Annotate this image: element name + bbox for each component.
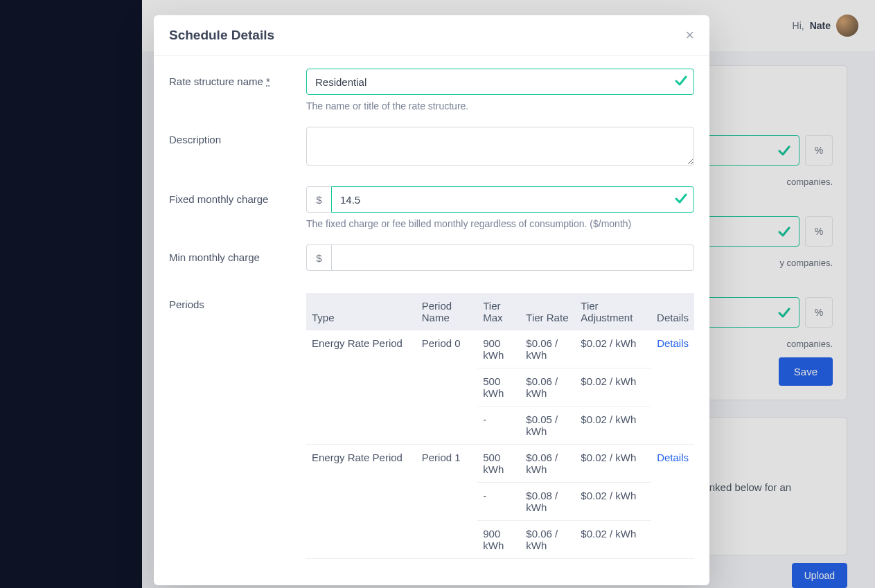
cell-details — [651, 521, 694, 559]
cell-tier-adjustment: $0.02 / kWh — [575, 521, 651, 559]
rate-name-input[interactable] — [306, 69, 694, 95]
cell-type: Energy Rate Period — [306, 445, 416, 483]
cell-tier-max: - — [477, 483, 520, 521]
currency-prefix: $ — [306, 186, 331, 213]
table-row: Energy Rate PeriodPeriod 0900 kWh$0.06 /… — [306, 330, 694, 368]
check-icon — [673, 73, 687, 90]
cell-period-name — [416, 483, 478, 521]
required-indicator: * — [266, 75, 270, 87]
cell-period-name — [416, 521, 478, 559]
check-icon — [673, 191, 687, 208]
modal-header: Schedule Details × — [154, 15, 709, 56]
fixed-charge-input[interactable] — [331, 186, 694, 213]
table-row: 900 kWh$0.06 / kWh$0.02 / kWh — [306, 521, 694, 559]
cell-details — [651, 407, 694, 445]
cell-period-name — [416, 407, 478, 445]
cell-period-name — [416, 368, 478, 407]
cell-tier-adjustment: $0.02 / kWh — [575, 368, 651, 407]
min-charge-label: Min monthly charge — [169, 244, 306, 286]
cell-tier-rate: $0.08 / kWh — [520, 483, 575, 521]
cell-details: Details — [651, 445, 694, 483]
cell-type — [306, 521, 416, 559]
table-row: -$0.05 / kWh$0.02 / kWh — [306, 407, 694, 445]
cell-period-name: Period 0 — [416, 330, 478, 368]
table-row: -$0.08 / kWh$0.02 / kWh — [306, 483, 694, 521]
cell-period-name: Period 1 — [416, 445, 478, 483]
col-header-tier-adjustment: Tier Adjustment — [575, 293, 651, 330]
cell-tier-adjustment: $0.02 / kWh — [575, 483, 651, 521]
details-link[interactable]: Details — [657, 337, 689, 349]
modal-title: Schedule Details — [169, 28, 274, 43]
schedule-details-modal: Schedule Details × Rate structure name *… — [154, 15, 709, 585]
rate-name-label: Rate structure name * — [169, 69, 306, 121]
description-input[interactable] — [306, 127, 694, 166]
cell-details: Details — [651, 330, 694, 368]
currency-prefix: $ — [306, 244, 331, 271]
cell-tier-max: 900 kWh — [477, 521, 520, 559]
cell-tier-adjustment: $0.02 / kWh — [575, 407, 651, 445]
table-row: 500 kWh$0.06 / kWh$0.02 / kWh — [306, 368, 694, 407]
cell-tier-max: - — [477, 407, 520, 445]
cell-tier-max: 500 kWh — [477, 445, 520, 483]
cell-type — [306, 368, 416, 407]
col-header-period-name: Period Name — [416, 293, 478, 330]
cell-tier-rate: $0.05 / kWh — [520, 407, 575, 445]
cell-tier-rate: $0.06 / kWh — [520, 445, 575, 483]
cell-type: Energy Rate Period — [306, 330, 416, 368]
periods-table: Type Period Name Tier Max Tier Rate Tier… — [306, 293, 694, 559]
cell-tier-rate: $0.06 / kWh — [520, 330, 575, 368]
cell-tier-rate: $0.06 / kWh — [520, 521, 575, 559]
col-header-tier-rate: Tier Rate — [520, 293, 575, 330]
close-icon[interactable]: × — [685, 28, 694, 43]
rate-name-helper: The name or title of the rate structure. — [306, 100, 694, 112]
fixed-charge-helper: The fixed charge or fee billed monthly r… — [306, 218, 694, 229]
details-link[interactable]: Details — [657, 452, 689, 463]
fixed-charge-label: Fixed monthly charge — [169, 186, 306, 239]
table-row: Energy Rate PeriodPeriod 1500 kWh$0.06 /… — [306, 445, 694, 483]
cell-type — [306, 483, 416, 521]
cell-type — [306, 407, 416, 445]
cell-details — [651, 483, 694, 521]
cell-tier-adjustment: $0.02 / kWh — [575, 445, 651, 483]
cell-tier-max: 900 kWh — [477, 330, 520, 368]
cell-tier-max: 500 kWh — [477, 368, 520, 407]
col-header-type: Type — [306, 293, 416, 330]
cell-tier-rate: $0.06 / kWh — [520, 368, 575, 407]
col-header-tier-max: Tier Max — [477, 293, 520, 330]
description-label: Description — [169, 127, 306, 181]
cell-details — [651, 368, 694, 407]
cell-tier-adjustment: $0.02 / kWh — [575, 330, 651, 368]
col-header-details: Details — [651, 293, 694, 330]
min-charge-input[interactable] — [331, 244, 694, 271]
periods-label: Periods — [169, 292, 306, 559]
